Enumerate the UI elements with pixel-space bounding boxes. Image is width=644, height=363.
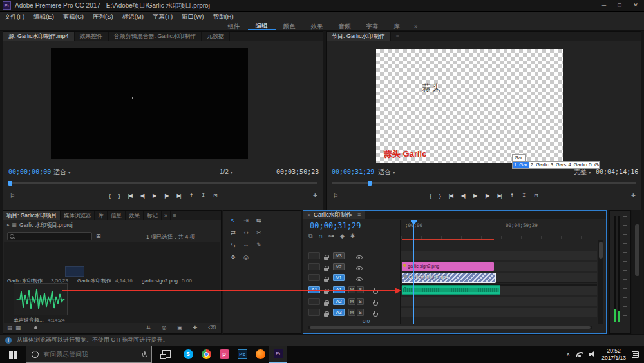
taskbar-app-pink-p[interactable]: p — [215, 346, 233, 363]
workspace-tab-audio[interactable]: 音频 — [331, 21, 359, 30]
delete-button[interactable]: ⌫ — [208, 324, 216, 331]
voiceover-record-icon[interactable] — [373, 300, 377, 306]
tab-overflow-icon[interactable]: » — [162, 211, 171, 220]
zoom-slider-handle[interactable] — [34, 326, 37, 329]
track-target-v2[interactable]: V2 — [333, 263, 345, 270]
item-name[interactable]: Garlic水印制作 — [77, 278, 111, 284]
rate-stretch-tool[interactable]: ⇿ — [240, 230, 252, 240]
voiceover-record-icon[interactable] — [373, 311, 377, 317]
tab-effects[interactable]: 效果 — [126, 211, 144, 220]
go-to-out-button[interactable]: ▶| — [176, 193, 180, 199]
taskbar-app-chrome[interactable] — [197, 346, 215, 363]
linked-selection-button[interactable]: ⊶ — [328, 233, 334, 240]
close-icon[interactable]: ✕ — [307, 213, 311, 217]
button-editor-button[interactable]: ✚ — [313, 193, 317, 199]
tab-media-browser[interactable]: 媒体浏览器 — [61, 211, 95, 220]
lock-icon[interactable] — [324, 268, 328, 271]
clip-v2-garlic-sign2[interactable]: garlic sign2.png — [402, 262, 494, 271]
export-frame-button[interactable]: ⊡ — [213, 193, 217, 199]
taskbar-app-orange-browser[interactable] — [251, 346, 269, 363]
solo-button[interactable]: S — [357, 309, 364, 316]
track-target-a2[interactable]: A2 — [333, 298, 345, 305]
source-patch-a3[interactable] — [308, 309, 320, 316]
source-timecode[interactable]: 00;00;00;00 — [8, 168, 51, 176]
minimize-button[interactable]: ─ — [596, 2, 612, 9]
action-center-icon[interactable] — [632, 351, 639, 358]
go-to-in-button[interactable]: |◀ — [449, 193, 453, 199]
ime-candidate[interactable]: 4. Garbo — [568, 162, 587, 168]
track-target-v1[interactable]: V1 — [333, 274, 345, 281]
nest-button[interactable]: ⧉ — [308, 233, 312, 240]
menu-file[interactable]: 文件(F) — [0, 13, 29, 20]
tab-info[interactable]: 信息 — [108, 211, 126, 220]
program-fit-dropdown[interactable]: 适合▾ — [378, 168, 395, 176]
slip-tool[interactable]: ⇆ — [227, 242, 239, 252]
step-back-button[interactable]: ◀| — [461, 193, 465, 199]
track-visibility-icon[interactable] — [356, 255, 363, 259]
source-resolution-dropdown[interactable]: 1/2▾ — [220, 168, 232, 176]
source-patch-v3[interactable] — [308, 252, 320, 259]
find-button[interactable]: ◎ — [162, 324, 166, 331]
timeline-horizontal-scrollbar[interactable] — [308, 326, 592, 329]
timeline-ruler[interactable]: ;00;00 00;04;59;29 — [401, 220, 597, 239]
track-target-v3[interactable]: V3 — [333, 252, 345, 259]
item-name[interactable]: garlic sign2.png — [142, 278, 178, 284]
twirl-icon[interactable]: ▸ — [7, 222, 10, 228]
tab-source[interactable]: 源: Garlic水印制作.mp4 — [3, 32, 75, 41]
step-forward-button[interactable]: |▶ — [485, 193, 489, 199]
tab-program[interactable]: 节目: Garlic水印制作 — [327, 32, 391, 41]
taskbar-app-premiere[interactable]: Pr — [269, 346, 287, 363]
workspace-tab-editing[interactable]: 编辑 — [248, 21, 276, 30]
volume-icon[interactable] — [589, 351, 596, 357]
menu-titles[interactable]: 字幕(T) — [148, 13, 177, 20]
source-scrub-bar[interactable] — [3, 180, 323, 186]
taskbar-app-photoshop[interactable]: Ps — [233, 346, 251, 363]
workspace-tab-assembly[interactable]: 组件 — [220, 21, 248, 30]
task-view-button[interactable] — [162, 350, 171, 358]
hand-tool[interactable]: ✥ — [227, 254, 239, 264]
clip-a1-audio[interactable] — [402, 285, 500, 295]
workspace-tab-color[interactable]: 颜色 — [276, 21, 303, 30]
timeline-playhead-line[interactable] — [413, 222, 414, 324]
taskbar-search-input[interactable] — [43, 351, 142, 358]
rolling-edit-tool[interactable]: ⇄ — [227, 230, 239, 240]
tab-markers[interactable]: 标记 — [144, 211, 162, 220]
lock-icon[interactable] — [324, 257, 328, 260]
play-button[interactable]: ▶ — [473, 193, 477, 199]
workspace-tab-effects[interactable]: 效果 — [303, 21, 331, 30]
taskbar-app-skype[interactable]: S — [179, 346, 197, 363]
ime-candidate-selected[interactable]: 1. Gar — [513, 162, 529, 168]
workspace-tab-titles[interactable]: 字幕 — [359, 21, 386, 30]
audio-item-thumbnail[interactable] — [14, 283, 68, 315]
new-item-button[interactable]: ✚ — [193, 324, 197, 331]
slide-tool[interactable]: ⇔ — [240, 242, 252, 252]
program-resolution-dropdown[interactable]: 完整▾ — [574, 168, 591, 176]
workspace-tab-libraries[interactable]: 库 — [386, 21, 408, 30]
panel-menu-icon[interactable]: ≡ — [391, 32, 404, 41]
open-bin-icon[interactable]: ⊞ — [96, 233, 101, 240]
item-name[interactable]: 单声道音频... — [14, 317, 44, 323]
ime-candidate[interactable]: 5. Garmin — [589, 162, 600, 168]
scrollbar-thumb[interactable] — [635, 224, 639, 276]
insert-button[interactable]: ↥ — [189, 193, 193, 199]
taskbar-search-box[interactable] — [26, 346, 152, 363]
network-icon[interactable] — [576, 351, 583, 357]
source-patch-a2[interactable] — [308, 298, 320, 305]
razor-tool[interactable]: ✂ — [253, 230, 265, 240]
mark-out-button[interactable]: } — [118, 193, 120, 199]
panel-menu-icon[interactable]: ≡ — [171, 211, 179, 220]
program-timecode[interactable]: 00;00;31;29 — [332, 168, 374, 176]
mark-in-button[interactable]: { — [430, 193, 431, 199]
menu-markers[interactable]: 标记(M) — [118, 13, 148, 20]
mic-icon[interactable] — [142, 351, 146, 357]
export-frame-button[interactable]: ⊡ — [534, 193, 538, 199]
lift-button[interactable]: ↥ — [510, 193, 514, 199]
source-fit-dropdown[interactable]: 适合▾ — [53, 168, 71, 176]
audio-mix-value[interactable]: 0.0 — [363, 319, 370, 325]
track-visibility-icon[interactable] — [356, 266, 363, 270]
program-playhead-marker[interactable] — [368, 181, 372, 186]
ime-candidate[interactable]: 2. Garlic — [531, 162, 549, 168]
add-marker-button[interactable]: ◆ — [340, 233, 345, 240]
pen-tool[interactable]: ✎ — [253, 242, 265, 252]
source-patch-v2[interactable] — [308, 263, 320, 270]
